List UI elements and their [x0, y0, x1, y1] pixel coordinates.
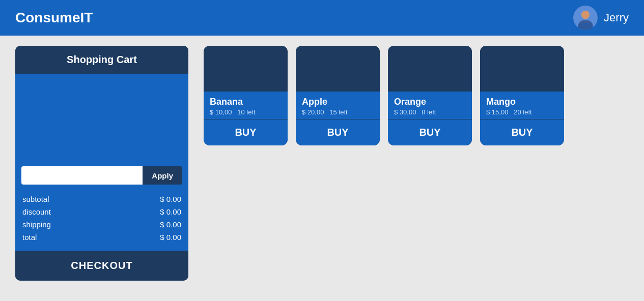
product-info: Mango $ 15,00 20 left: [480, 92, 564, 119]
total-value: $ 0.00: [160, 233, 181, 242]
buy-button[interactable]: BUY: [204, 119, 288, 145]
product-image: [296, 46, 380, 92]
app-header: ConsumeIT Jerry: [0, 0, 644, 36]
main-content: Shopping Cart Apply subtotal $ 0.00 disc…: [0, 36, 644, 291]
shipping-label: shipping: [22, 220, 51, 229]
user-name: Jerry: [604, 11, 629, 24]
product-name: Mango: [486, 97, 558, 107]
product-info: Banana $ 10,00 10 left: [204, 92, 288, 119]
cart-totals: subtotal $ 0.00 discount $ 0.00 shipping…: [15, 190, 188, 251]
app-title: ConsumeIT: [15, 10, 93, 26]
product-image: [204, 46, 288, 92]
user-info: Jerry: [573, 6, 629, 30]
cart-title: Shopping Cart: [15, 46, 188, 75]
total-label: total: [22, 233, 37, 242]
product-image: [480, 46, 564, 92]
apply-button[interactable]: Apply: [143, 166, 182, 185]
subtotal-value: $ 0.00: [160, 195, 181, 203]
svg-point-3: [581, 11, 590, 19]
product-card: Mango $ 15,00 20 left BUY: [480, 46, 564, 145]
avatar: [573, 6, 598, 30]
coupon-row: Apply: [15, 161, 188, 190]
product-card: Banana $ 10,00 10 left BUY: [204, 46, 288, 145]
product-image: [388, 46, 472, 92]
discount-value: $ 0.00: [160, 207, 181, 216]
svg-point-2: [578, 20, 593, 30]
product-card: Apple $ 20,00 15 left BUY: [296, 46, 380, 145]
discount-label: discount: [22, 207, 51, 216]
checkout-button[interactable]: CHECKOUT: [15, 251, 188, 281]
products-grid: Banana $ 10,00 10 left BUY Apple $ 20,00…: [204, 46, 629, 281]
buy-button[interactable]: BUY: [480, 119, 564, 145]
total-row: total $ 0.00: [22, 231, 181, 244]
discount-row: discount $ 0.00: [22, 205, 181, 218]
product-name: Apple: [302, 97, 374, 107]
subtotal-row: subtotal $ 0.00: [22, 193, 181, 205]
buy-button[interactable]: BUY: [388, 119, 472, 145]
shipping-value: $ 0.00: [160, 220, 181, 229]
product-meta: $ 15,00 20 left: [486, 108, 558, 116]
product-meta: $ 20,00 15 left: [302, 108, 374, 116]
subtotal-label: subtotal: [22, 195, 49, 203]
product-name: Orange: [394, 97, 466, 107]
product-info: Apple $ 20,00 15 left: [296, 92, 380, 119]
product-card: Orange $ 30,00 8 left BUY: [388, 46, 472, 145]
cart-items-area: [15, 75, 188, 161]
product-info: Orange $ 30,00 8 left: [388, 92, 472, 119]
shopping-cart: Shopping Cart Apply subtotal $ 0.00 disc…: [15, 46, 188, 281]
coupon-input[interactable]: [21, 166, 143, 185]
shipping-row: shipping $ 0.00: [22, 218, 181, 231]
buy-button[interactable]: BUY: [296, 119, 380, 145]
product-name: Banana: [210, 97, 282, 107]
product-meta: $ 10,00 10 left: [210, 108, 282, 116]
product-meta: $ 30,00 8 left: [394, 108, 466, 116]
